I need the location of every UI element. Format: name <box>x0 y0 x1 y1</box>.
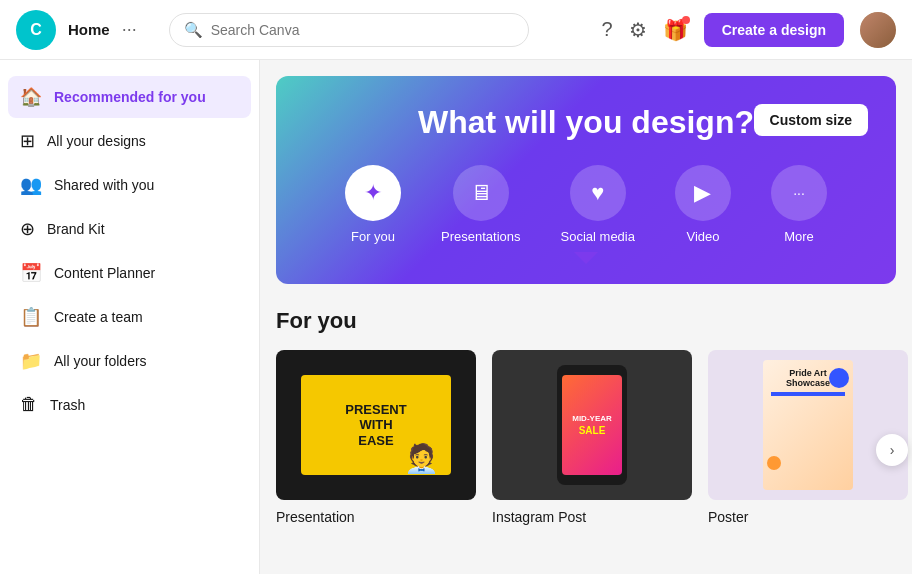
phone-mockup: MID-YEAR SALE <box>557 365 627 485</box>
sidebar-item-label: All your designs <box>47 133 146 149</box>
poster-card-label: Poster <box>708 509 748 525</box>
home-icon: 🏠 <box>20 86 42 108</box>
more-nav-button[interactable]: ··· <box>122 19 137 40</box>
logo-text: C <box>30 21 42 39</box>
folder-icon: 📁 <box>20 350 42 372</box>
poster-card[interactable]: Pride ArtShowcase Poster <box>708 350 908 526</box>
custom-size-button[interactable]: Custom size <box>754 104 868 136</box>
insta-preview-text: MID-YEAR <box>572 414 612 424</box>
search-input[interactable] <box>211 22 514 38</box>
cards-row: PRESENTWITHEASE 🧑‍💼 Presentation MID-YEA… <box>260 350 912 550</box>
presentation-thumbnail: PRESENTWITHEASE 🧑‍💼 <box>276 350 476 500</box>
sidebar-item-label: All your folders <box>54 353 147 369</box>
sidebar-item-label: Recommended for you <box>54 89 206 105</box>
sidebar-item-label: Create a team <box>54 309 143 325</box>
poster-preview: Pride ArtShowcase <box>763 360 853 490</box>
top-navigation: C Home ··· 🔍 ? ⚙ 🎁 Create a design <box>0 0 912 60</box>
video-label: Video <box>686 229 719 244</box>
app-body: 🏠 Recommended for you ⊞ All your designs… <box>0 60 912 574</box>
hero-icon-for-you[interactable]: ✦ For you <box>345 165 401 244</box>
home-nav-label[interactable]: Home <box>68 21 110 38</box>
main-content: What will you design? Custom size ✦ For … <box>260 60 912 574</box>
hero-icons-row: ✦ For you 🖥 Presentations ♥ Social m <box>308 165 864 244</box>
more-label: More <box>784 229 814 244</box>
users-icon: 👥 <box>20 174 42 196</box>
sidebar-item-label: Content Planner <box>54 265 155 281</box>
presentations-label: Presentations <box>441 229 521 244</box>
presentations-icon-circle: 🖥 <box>453 165 509 221</box>
sidebar: 🏠 Recommended for you ⊞ All your designs… <box>0 60 260 574</box>
sidebar-item-create-team[interactable]: 📋 Create a team <box>8 296 251 338</box>
hero-icon-video[interactable]: ▶ Video <box>675 165 731 244</box>
poster-orange-circle <box>767 456 781 470</box>
poster-preview-title: Pride ArtShowcase <box>786 368 830 388</box>
social-media-label: Social media <box>561 229 635 244</box>
hero-icon-social-media[interactable]: ♥ Social media <box>561 165 635 244</box>
sidebar-item-label: Brand Kit <box>47 221 105 237</box>
for-you-indicator <box>574 252 598 264</box>
trash-icon: 🗑 <box>20 394 38 415</box>
poster-stripe <box>771 392 845 396</box>
search-bar: 🔍 <box>169 13 529 47</box>
instagram-card-label: Instagram Post <box>492 509 586 525</box>
sidebar-item-recommended[interactable]: 🏠 Recommended for you <box>8 76 251 118</box>
canva-logo[interactable]: C <box>16 10 56 50</box>
search-icon: 🔍 <box>184 21 203 39</box>
for-you-label: For you <box>351 229 395 244</box>
grid-icon: ⊞ <box>20 130 35 152</box>
brand-icon: ⊕ <box>20 218 35 240</box>
sparkle-icon: ✦ <box>364 180 382 206</box>
sidebar-item-folders[interactable]: 📁 All your folders <box>8 340 251 382</box>
calendar-icon: 📅 <box>20 262 42 284</box>
more-icon-circle: ··· <box>771 165 827 221</box>
phone-screen: MID-YEAR SALE <box>562 375 622 475</box>
settings-button[interactable]: ⚙ <box>629 18 647 42</box>
presentation-card-label: Presentation <box>276 509 355 525</box>
help-button[interactable]: ? <box>602 18 613 41</box>
insta-sale-text: SALE <box>579 425 606 436</box>
for-you-section-title: For you <box>260 300 912 350</box>
sidebar-item-label: Trash <box>50 397 85 413</box>
presentation-preview-text: PRESENTWITHEASE <box>345 402 406 449</box>
for-you-icon-circle: ✦ <box>345 165 401 221</box>
hero-icon-presentations[interactable]: 🖥 Presentations <box>441 165 521 244</box>
instagram-card[interactable]: MID-YEAR SALE Instagram Post <box>492 350 692 526</box>
presentation-preview: PRESENTWITHEASE 🧑‍💼 <box>301 375 451 475</box>
avatar-image <box>860 12 896 48</box>
poster-thumbnail: Pride ArtShowcase <box>708 350 908 500</box>
sidebar-item-trash[interactable]: 🗑 Trash <box>8 384 251 425</box>
avatar[interactable] <box>860 12 896 48</box>
hero-icon-more[interactable]: ··· More <box>771 165 827 244</box>
more-icon: ··· <box>793 185 805 201</box>
next-arrow-button[interactable]: › <box>876 434 908 466</box>
gift-button[interactable]: 🎁 <box>663 18 688 42</box>
presenter-figure: 🧑‍💼 <box>404 442 439 475</box>
create-design-button[interactable]: Create a design <box>704 13 844 47</box>
video-icon-circle: ▶ <box>675 165 731 221</box>
poster-blue-circle <box>829 368 849 388</box>
presentations-icon: 🖥 <box>470 180 492 206</box>
instagram-thumbnail: MID-YEAR SALE <box>492 350 692 500</box>
hero-banner: What will you design? Custom size ✦ For … <box>276 76 896 284</box>
sidebar-item-shared[interactable]: 👥 Shared with you <box>8 164 251 206</box>
nav-icons-group: ? ⚙ 🎁 Create a design <box>602 12 896 48</box>
gift-notification-dot <box>682 16 690 24</box>
sidebar-item-brand[interactable]: ⊕ Brand Kit <box>8 208 251 250</box>
video-icon: ▶ <box>694 180 711 206</box>
sidebar-item-label: Shared with you <box>54 177 154 193</box>
heart-icon: ♥ <box>591 180 604 206</box>
clipboard-icon: 📋 <box>20 306 42 328</box>
sidebar-item-content-planner[interactable]: 📅 Content Planner <box>8 252 251 294</box>
sidebar-item-all-designs[interactable]: ⊞ All your designs <box>8 120 251 162</box>
presentation-card[interactable]: PRESENTWITHEASE 🧑‍💼 Presentation <box>276 350 476 526</box>
social-media-icon-circle: ♥ <box>570 165 626 221</box>
